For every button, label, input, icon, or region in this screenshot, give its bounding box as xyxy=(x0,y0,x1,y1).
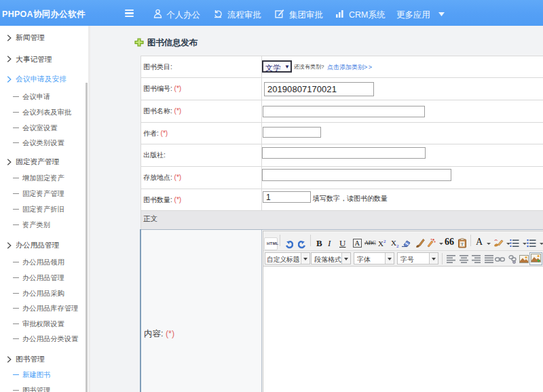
svg-text:T: T xyxy=(461,241,464,247)
